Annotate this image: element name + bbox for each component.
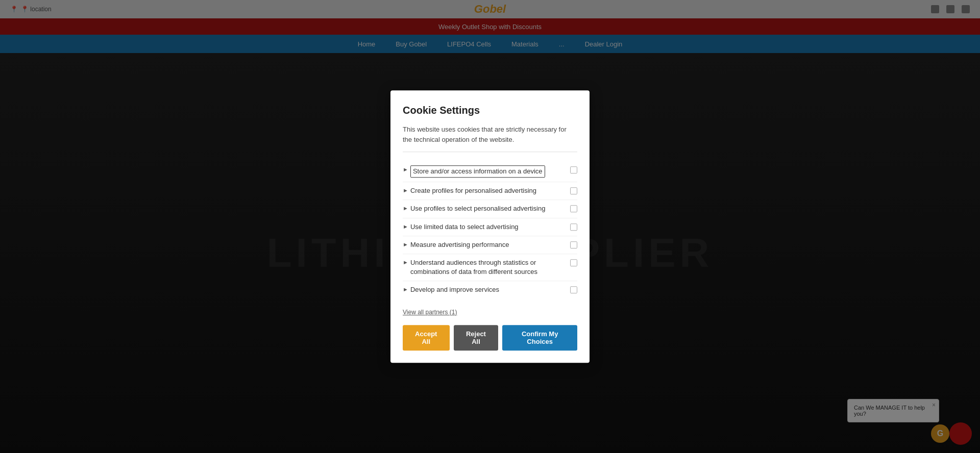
consent-item-measure-advertising: ► Measure advertising performance	[403, 236, 577, 254]
view-partners-link[interactable]: View all partners (1)	[403, 309, 457, 316]
consent-label-store-access[interactable]: Store and/or access information on a dev…	[410, 165, 545, 178]
consent-checkbox-use-profiles[interactable]	[570, 206, 577, 213]
consent-label-measure-advertising[interactable]: Measure advertising performance	[410, 240, 509, 249]
expand-arrow-use-profiles[interactable]: ►	[403, 206, 408, 212]
consent-item-left-create-profiles: ► Create profiles for personalised adver…	[403, 186, 570, 195]
consent-checkbox-store-access[interactable]	[570, 166, 577, 173]
consent-item-store-access: ► Store and/or access information on a d…	[403, 161, 577, 182]
expand-arrow-limited-data[interactable]: ►	[403, 223, 408, 230]
expand-arrow-measure-advertising[interactable]: ►	[403, 241, 408, 247]
cookie-settings-modal: Cookie Settings This website uses cookie…	[390, 90, 590, 363]
modal-title: Cookie Settings	[403, 105, 577, 116]
consent-item-left-understand-audiences: ► Understand audiences through statistic…	[403, 258, 570, 276]
modal-footer: Accept All Reject All Confirm My Choices	[403, 325, 577, 350]
consent-item-create-profiles: ► Create profiles for personalised adver…	[403, 182, 577, 200]
consent-label-develop-improve[interactable]: Develop and improve services	[410, 286, 499, 295]
modal-description: This website uses cookies that are stric…	[403, 124, 577, 152]
consent-item-left-use-profiles: ► Use profiles to select personalised ad…	[403, 205, 570, 214]
expand-arrow-understand-audiences[interactable]: ►	[403, 259, 408, 265]
consent-checkbox-develop-improve[interactable]	[570, 287, 577, 294]
reject-all-button[interactable]: Reject All	[454, 325, 499, 350]
consent-list: ► Store and/or access information on a d…	[403, 161, 577, 299]
consent-checkbox-limited-data[interactable]	[570, 223, 577, 231]
consent-label-create-profiles[interactable]: Create profiles for personalised adverti…	[410, 186, 536, 195]
expand-arrow-develop-improve[interactable]: ►	[403, 287, 408, 293]
accept-all-button[interactable]: Accept All	[403, 325, 450, 350]
consent-label-limited-data[interactable]: Use limited data to select advertising	[410, 222, 519, 232]
consent-label-understand-audiences[interactable]: Understand audiences through statistics …	[410, 258, 570, 276]
consent-item-left-store-access: ► Store and/or access information on a d…	[403, 165, 570, 178]
consent-item-use-profiles: ► Use profiles to select personalised ad…	[403, 200, 577, 218]
consent-item-left-develop-improve: ► Develop and improve services	[403, 286, 570, 295]
consent-checkbox-understand-audiences[interactable]	[570, 259, 577, 266]
consent-item-left-measure-advertising: ► Measure advertising performance	[403, 240, 570, 249]
consent-label-use-profiles[interactable]: Use profiles to select personalised adve…	[410, 205, 545, 214]
consent-item-limited-data: ► Use limited data to select advertising	[403, 218, 577, 236]
consent-item-left-limited-data: ► Use limited data to select advertising	[403, 222, 570, 232]
consent-checkbox-create-profiles[interactable]	[570, 187, 577, 194]
expand-arrow-create-profiles[interactable]: ►	[403, 187, 408, 193]
expand-arrow-store-access[interactable]: ►	[403, 166, 408, 172]
consent-checkbox-measure-advertising[interactable]	[570, 241, 577, 248]
consent-item-understand-audiences: ► Understand audiences through statistic…	[403, 254, 577, 281]
confirm-my-choices-button[interactable]: Confirm My Choices	[502, 325, 577, 350]
consent-item-develop-improve: ► Develop and improve services	[403, 282, 577, 299]
